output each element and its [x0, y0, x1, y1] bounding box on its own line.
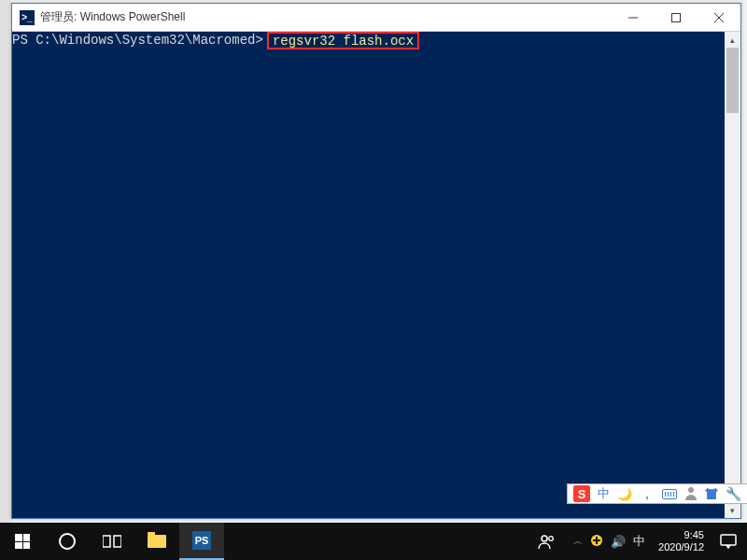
ime-logo-button[interactable]: S: [570, 484, 594, 503]
search-icon: [59, 533, 76, 550]
tray-overflow-button[interactable]: ︿: [573, 535, 583, 548]
taskview-icon: [103, 534, 121, 549]
action-center-button[interactable]: [710, 523, 747, 560]
taskbar: PS ︿ 🔊 中 9:45 2020/9/12: [0, 523, 747, 560]
svg-point-7: [549, 537, 554, 541]
shield-plus-icon: [590, 534, 603, 547]
maximize-icon: [671, 13, 681, 22]
start-button[interactable]: [0, 523, 45, 560]
taskview-button[interactable]: [90, 523, 134, 560]
desktop-background-strip: [0, 0, 11, 523]
window-title: 管理员: Windows PowerShell: [40, 9, 612, 25]
highlighted-command-box: regsvr32 flash.ocx: [267, 32, 419, 49]
ime-punctuation-toggle[interactable]: ，: [636, 484, 658, 503]
svg-rect-4: [103, 536, 110, 547]
ime-skin-button[interactable]: [701, 484, 722, 503]
clock-time: 9:45: [684, 529, 704, 541]
minimize-button[interactable]: [612, 4, 655, 31]
command-text: regsvr32 flash.ocx: [273, 34, 414, 49]
close-button[interactable]: [698, 4, 740, 31]
taskbar-clock[interactable]: 9:45 2020/9/12: [653, 523, 710, 560]
ime-user-button[interactable]: [681, 484, 701, 503]
prompt-suffix: >: [255, 32, 262, 49]
scrollbar-track[interactable]: [725, 48, 740, 502]
powershell-taskbar-icon: PS: [192, 531, 211, 550]
svg-rect-11: [721, 535, 736, 545]
scroll-up-arrow-icon[interactable]: ▴: [725, 32, 740, 48]
system-tray: ︿ 🔊 中: [566, 523, 653, 560]
maximize-button[interactable]: [655, 4, 698, 31]
ime-tray-indicator[interactable]: 中: [633, 533, 645, 550]
console-output[interactable]: PS C:\Windows\System32\Macromed>regsvr32…: [12, 32, 725, 518]
file-explorer-taskbar-button[interactable]: [134, 523, 179, 560]
clock-date: 2020/9/12: [658, 541, 704, 553]
prompt-path: C:\Windows\System32\Macromed: [35, 32, 255, 49]
wrench-icon: 🔧: [726, 486, 741, 501]
ime-toolbar[interactable]: S 中 🌙 ， 🔧: [567, 483, 747, 504]
titlebar[interactable]: >_ 管理员: Windows PowerShell: [12, 4, 740, 32]
powershell-icon: >_: [20, 10, 35, 25]
scroll-down-arrow-icon[interactable]: ▾: [725, 502, 740, 518]
ime-moon-icon[interactable]: 🌙: [613, 484, 636, 503]
ime-settings-button[interactable]: 🔧: [722, 484, 745, 503]
prompt-line: PS C:\Windows\System32\Macromed>regsvr32…: [12, 32, 725, 49]
windows-logo-icon: [15, 534, 30, 549]
ime-lang-toggle[interactable]: 中: [594, 484, 613, 503]
tshirt-icon: [705, 488, 718, 499]
minimize-icon: [628, 13, 638, 22]
person-icon: [684, 487, 698, 500]
powershell-window: >_ 管理员: Windows PowerShell PS C:\Windows…: [11, 3, 741, 519]
svg-rect-1: [672, 13, 681, 21]
powershell-taskbar-button[interactable]: PS: [179, 523, 224, 560]
people-icon: [538, 533, 557, 550]
people-button[interactable]: [529, 523, 566, 560]
close-icon: [714, 13, 724, 22]
svg-point-6: [542, 536, 547, 541]
vertical-scrollbar[interactable]: ▴ ▾: [725, 32, 740, 518]
svg-rect-5: [114, 536, 121, 547]
search-button[interactable]: [45, 523, 90, 560]
folder-icon: [148, 535, 166, 548]
keyboard-icon: [662, 489, 677, 499]
ime-softkeyboard-button[interactable]: [658, 484, 681, 503]
volume-tray-icon[interactable]: 🔊: [611, 535, 626, 549]
notification-icon: [720, 534, 737, 549]
prompt-ps: PS: [12, 32, 35, 49]
defender-tray-icon[interactable]: [590, 534, 603, 550]
sogou-logo-icon: S: [573, 485, 590, 502]
scrollbar-thumb[interactable]: [726, 48, 739, 113]
